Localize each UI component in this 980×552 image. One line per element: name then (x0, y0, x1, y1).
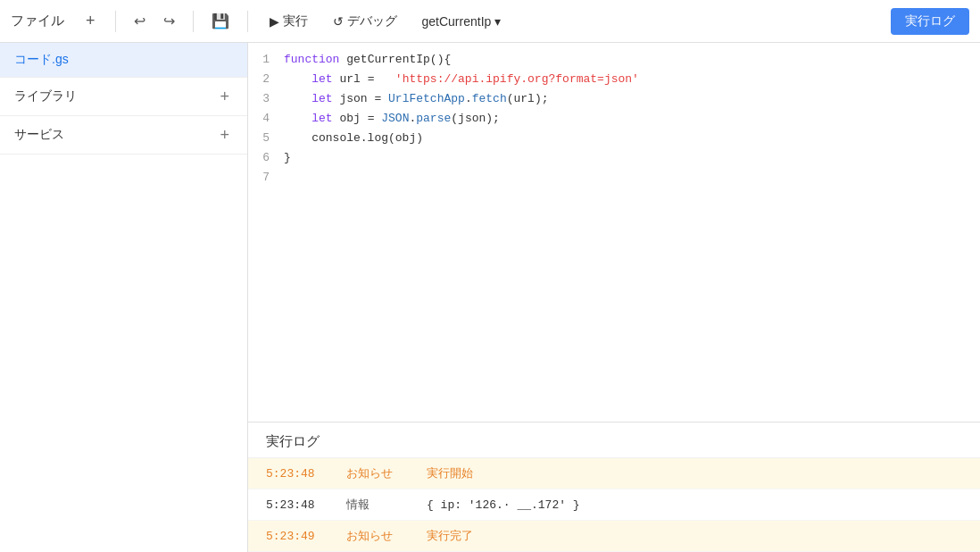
code-token: json = (333, 92, 388, 105)
exec-log-section: 実行ログ 5:23:48お知らせ実行開始5:23:48情報{ ip: '126.… (248, 422, 980, 552)
run-play-icon: ▶ (270, 14, 279, 29)
sidebar-item-library-label: ライブラリ (14, 88, 77, 105)
code-token: url = (333, 72, 382, 86)
sidebar-item-code[interactable]: コード.gs (0, 43, 247, 77)
log-rows: 5:23:48お知らせ実行開始5:23:48情報{ ip: '126.· __.… (248, 458, 980, 552)
line-content[interactable]: console.log(obj) (284, 129, 980, 148)
code-token (284, 72, 311, 86)
sidebar-divider-3 (0, 154, 247, 155)
code-token: JSON (381, 112, 409, 125)
header-divider-3 (247, 11, 248, 32)
file-menu-label: ファイル (11, 13, 64, 29)
code-line: 7 (248, 168, 980, 188)
log-type: お知らせ (346, 528, 427, 544)
debug-icon: ↺ (333, 14, 344, 29)
debug-button[interactable]: ↺ デバッグ (324, 10, 406, 33)
code-token: let (311, 112, 332, 125)
code-line: 5 console.log(obj) (248, 129, 980, 148)
code-token: fetch (472, 92, 507, 105)
code-token: obj = (333, 112, 382, 125)
code-line: 4 let obj = JSON.parse(json); (248, 109, 980, 129)
code-token: . (465, 92, 472, 105)
code-token: let (311, 72, 332, 86)
main-layout: コード.gs ライブラリ + サービス + 1function getCurre… (0, 43, 980, 552)
line-number: 3 (248, 89, 284, 109)
add-file-button[interactable]: + (79, 8, 103, 34)
code-token: console.log(obj) (284, 131, 423, 145)
code-token: function (284, 53, 339, 66)
header-divider-1 (115, 11, 116, 32)
code-line: 2 let url = 'https://api.ipify.org?forma… (248, 70, 980, 89)
line-content[interactable]: } (284, 148, 980, 168)
code-token: parse (416, 112, 451, 125)
log-message: { ip: '126.· __.172' } (427, 498, 962, 512)
code-token: 'https://api.ipify.org?format=json' (395, 72, 639, 86)
code-token: (url); (507, 92, 549, 105)
redo-icon: ↪ (163, 13, 175, 29)
save-icon: 💾 (212, 13, 229, 29)
line-number: 2 (248, 70, 284, 89)
add-service-button[interactable]: + (216, 125, 233, 145)
code-token (381, 72, 395, 86)
log-type: 情報 (346, 497, 427, 513)
code-line: 6} (248, 148, 980, 168)
line-content[interactable]: let url = 'https://api.ipify.org?format=… (284, 70, 980, 89)
log-row: 5:23:48情報{ ip: '126.· __.172' } (248, 489, 980, 521)
line-number: 5 (248, 129, 284, 148)
add-library-button[interactable]: + (216, 87, 233, 106)
code-token: } (284, 151, 291, 164)
code-line: 3 let json = UrlFetchApp.fetch(url); (248, 89, 980, 109)
sidebar: コード.gs ライブラリ + サービス + (0, 43, 248, 552)
sidebar-item-library[interactable]: ライブラリ + (0, 78, 247, 115)
log-row: 5:23:48お知らせ実行開始 (248, 458, 980, 489)
redo-button[interactable]: ↪ (158, 9, 180, 33)
sidebar-item-service[interactable]: サービス + (0, 116, 247, 154)
log-type: お知らせ (346, 465, 427, 481)
undo-button[interactable]: ↩ (129, 9, 151, 33)
exec-log-title: 実行ログ (248, 422, 980, 458)
code-line: 1function getCurrentIp(){ (248, 50, 980, 70)
code-token (284, 92, 311, 105)
line-number: 7 (248, 168, 284, 188)
function-selector-button[interactable]: getCurrentIp ▾ (413, 11, 511, 32)
line-number: 6 (248, 148, 284, 168)
log-row: 5:23:49お知らせ実行完了 (248, 521, 980, 552)
chevron-down-icon: ▾ (494, 14, 501, 29)
log-time: 5:23:49 (266, 530, 346, 543)
header: ファイル + ↩ ↪ 💾 ▶ 実行 ↺ デバッグ getCurrentIp ▾ … (0, 0, 980, 43)
code-token: UrlFetchApp (388, 92, 465, 105)
line-content[interactable]: function getCurrentIp(){ (284, 50, 980, 70)
sidebar-item-service-label: サービス (14, 127, 64, 143)
code-token: getCurrentIp(){ (339, 53, 451, 66)
run-label: 実行 (283, 13, 308, 29)
undo-icon: ↩ (134, 13, 145, 29)
line-content[interactable]: let json = UrlFetchApp.fetch(url); (284, 89, 980, 109)
line-content[interactable]: let obj = JSON.parse(json); (284, 109, 980, 129)
log-time: 5:23:48 (266, 498, 346, 512)
code-token: (json); (451, 112, 500, 125)
header-divider-2 (193, 11, 194, 32)
code-token (284, 112, 311, 125)
save-button[interactable]: 💾 (206, 9, 235, 33)
log-message: 実行開始 (427, 465, 962, 481)
function-name: getCurrentIp (422, 14, 492, 29)
line-number: 4 (248, 109, 284, 129)
exec-log-button[interactable]: 実行ログ (891, 8, 969, 35)
code-token: let (311, 92, 332, 105)
code-editor[interactable]: 1function getCurrentIp(){2 let url = 'ht… (248, 43, 980, 422)
run-button[interactable]: ▶ 実行 (261, 10, 317, 33)
line-number: 1 (248, 50, 284, 70)
log-message: 実行完了 (427, 528, 962, 544)
debug-label: デバッグ (347, 13, 397, 29)
log-time: 5:23:48 (266, 467, 346, 481)
content-area: 1function getCurrentIp(){2 let url = 'ht… (248, 43, 980, 552)
sidebar-item-code-label: コード.gs (14, 52, 69, 68)
